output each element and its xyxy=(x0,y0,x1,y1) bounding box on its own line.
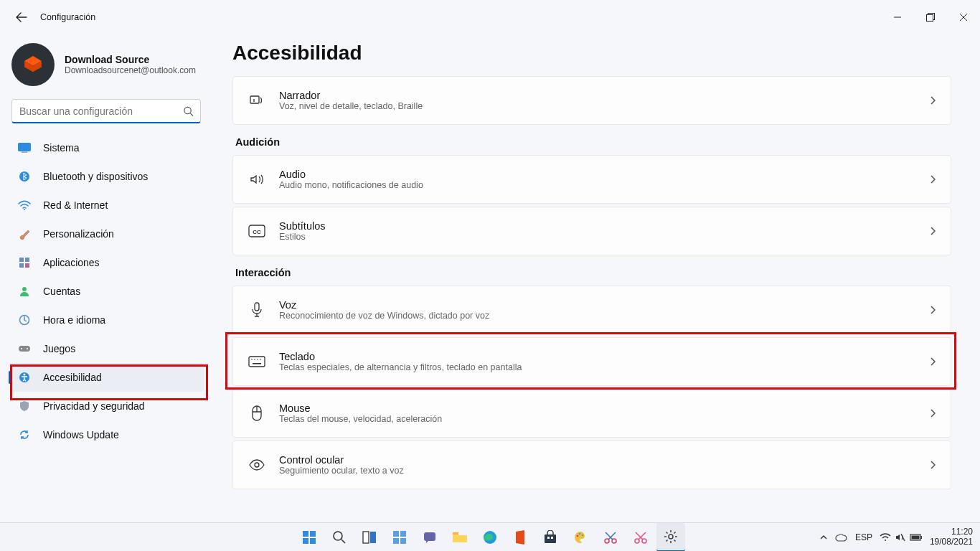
nav-update[interactable]: Windows Update xyxy=(9,420,204,449)
svg-rect-32 xyxy=(303,538,308,544)
svg-rect-44 xyxy=(545,534,556,543)
tray-overflow-icon[interactable] xyxy=(819,533,828,542)
search-icon xyxy=(332,530,347,545)
card-keyboard[interactable]: Teclado Teclas especiales, de alternanci… xyxy=(232,337,951,386)
svg-point-6 xyxy=(24,209,25,210)
nav-apps[interactable]: Aplicaciones xyxy=(9,248,204,277)
nav-bluetooth[interactable]: Bluetooth y dispositivos xyxy=(9,162,204,191)
svg-rect-13 xyxy=(19,346,30,352)
taskbar: ESP 11:20 19/08/2021 xyxy=(0,522,980,551)
task-explorer[interactable] xyxy=(446,523,474,552)
tray-clock[interactable]: 11:20 19/08/2021 xyxy=(930,527,973,546)
svg-point-34 xyxy=(334,532,342,540)
task-paint[interactable] xyxy=(566,523,595,552)
card-title: Audio xyxy=(279,169,423,180)
maximize-button[interactable] xyxy=(914,0,947,34)
nav-label: Windows Update xyxy=(43,429,119,441)
eye-icon xyxy=(248,456,266,474)
card-title: Teclado xyxy=(279,351,522,362)
main-content: Accesibilidad Narrador Voz, nivel de det… xyxy=(215,34,980,522)
chevron-right-icon xyxy=(929,95,936,105)
nav-accessibility[interactable]: Accesibilidad xyxy=(9,363,204,392)
tray-language[interactable]: ESP xyxy=(855,532,872,542)
task-office[interactable] xyxy=(506,523,534,552)
task-snip[interactable] xyxy=(596,523,625,552)
nav-label: Red & Internet xyxy=(43,199,108,211)
svg-rect-39 xyxy=(393,538,399,544)
chevron-right-icon xyxy=(929,357,936,367)
card-subtitle: Teclas del mouse, velocidad, aceleración xyxy=(279,414,442,424)
svg-point-26 xyxy=(260,359,261,360)
nav-label: Privacidad y seguridad xyxy=(43,400,145,412)
svg-point-2 xyxy=(184,107,191,113)
close-button[interactable] xyxy=(947,0,980,34)
card-subtitle: Reconocimiento de voz de Windows, dictad… xyxy=(279,311,489,321)
narrator-icon xyxy=(248,91,266,110)
svg-point-11 xyxy=(22,287,27,291)
chevron-right-icon xyxy=(929,305,936,315)
card-eye-control[interactable]: Control ocular Seguimiento ocular, texto… xyxy=(232,441,951,489)
card-audio[interactable]: Audio Audio mono, notificaciones de audi… xyxy=(232,155,951,204)
volume-icon xyxy=(248,170,266,189)
nav-label: Cuentas xyxy=(43,286,80,297)
card-subtitle: Teclas especiales, de alternancia y filt… xyxy=(279,362,522,372)
task-snip2[interactable] xyxy=(626,523,655,552)
taskview-icon xyxy=(362,531,377,544)
chevron-right-icon xyxy=(929,408,936,418)
chevron-right-icon xyxy=(929,226,936,236)
svg-rect-36 xyxy=(370,532,376,543)
profile-name: Download Source xyxy=(65,54,196,65)
start-button[interactable] xyxy=(295,523,324,552)
task-store[interactable] xyxy=(536,523,565,552)
back-button[interactable] xyxy=(10,6,33,29)
svg-rect-57 xyxy=(920,536,922,539)
card-captions[interactable]: CC Subtítulos Estilos xyxy=(232,207,951,255)
nav-gaming[interactable]: Juegos xyxy=(9,334,204,363)
apps-icon xyxy=(17,255,32,270)
bluetooth-icon xyxy=(17,169,32,184)
store-icon xyxy=(543,530,557,545)
nav-time[interactable]: Hora e idioma xyxy=(9,306,204,334)
card-subtitle: Seguimiento ocular, texto a voz xyxy=(279,466,404,476)
card-subtitle: Voz, nivel de detalle, teclado, Braille xyxy=(279,101,423,111)
keyboard-icon xyxy=(248,352,266,371)
nav-personalization[interactable]: Personalización xyxy=(9,220,204,248)
tray-time: 11:20 xyxy=(930,527,973,537)
card-mouse[interactable]: Mouse Teclas del mouse, velocidad, acele… xyxy=(232,389,951,438)
svg-rect-31 xyxy=(310,531,316,537)
edge-icon xyxy=(482,529,498,545)
profile-block[interactable]: Download Source Downloadsourcenet@outloo… xyxy=(7,42,205,96)
nav-network[interactable]: Red & Internet xyxy=(9,191,204,220)
nav-label: Bluetooth y dispositivos xyxy=(43,171,148,182)
sidebar: Download Source Downloadsourcenet@outloo… xyxy=(0,34,215,522)
svg-rect-8 xyxy=(25,258,29,262)
page-title: Accesibilidad xyxy=(232,42,951,65)
minimize-button[interactable] xyxy=(881,0,914,34)
svg-rect-7 xyxy=(19,258,24,262)
search-input[interactable] xyxy=(11,99,201,123)
widgets-icon xyxy=(392,530,407,545)
svg-rect-37 xyxy=(393,531,399,537)
task-widgets[interactable] xyxy=(385,523,414,552)
svg-rect-1 xyxy=(927,15,933,22)
display-icon xyxy=(17,141,32,155)
card-narrator[interactable]: Narrador Voz, nivel de detalle, teclado,… xyxy=(232,76,951,125)
microphone-icon xyxy=(248,301,266,319)
tray-network-sound-battery[interactable] xyxy=(880,532,923,542)
scissors-icon xyxy=(603,530,618,545)
battery-tray-icon xyxy=(910,533,923,542)
task-taskview[interactable] xyxy=(355,523,384,552)
shield-icon xyxy=(17,399,32,413)
task-settings[interactable] xyxy=(656,523,685,552)
task-edge[interactable] xyxy=(476,523,504,552)
svg-rect-41 xyxy=(424,532,435,541)
nav-system[interactable]: Sistema xyxy=(9,133,204,162)
person-icon xyxy=(17,284,32,298)
onedrive-icon[interactable] xyxy=(835,533,848,542)
nav-privacy[interactable]: Privacidad y seguridad xyxy=(9,392,204,420)
task-chat[interactable] xyxy=(415,523,444,552)
nav-label: Accesibilidad xyxy=(43,372,102,383)
card-speech[interactable]: Voz Reconocimiento de voz de Windows, di… xyxy=(232,286,951,334)
task-search[interactable] xyxy=(325,523,354,552)
nav-accounts[interactable]: Cuentas xyxy=(9,277,204,306)
